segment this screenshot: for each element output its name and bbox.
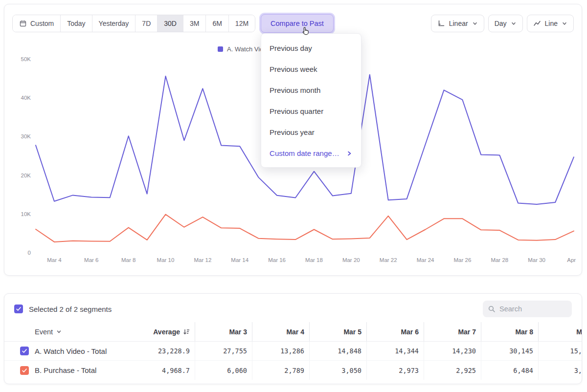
svg-text:Mar 18: Mar 18 (305, 257, 323, 263)
cell-average: 23,228.9 (127, 342, 195, 360)
checkmark-icon (22, 368, 27, 373)
svg-text:Mar 28: Mar 28 (491, 257, 508, 263)
cell-value: 14,230 (424, 342, 481, 360)
toolbar: Custom Today Yesterday 7D 30D 3M 6M 12M … (12, 14, 574, 33)
chart-type-dropdown-button[interactable]: Line (527, 15, 574, 32)
cell-value: 2,925 (424, 361, 481, 380)
range-label: 30D (164, 20, 177, 27)
svg-text:Mar 20: Mar 20 (342, 257, 360, 263)
segments-header: Selected 2 of 2 segments (4, 294, 582, 322)
cell-value: 2,973 (367, 361, 424, 380)
svg-text:Mar 30: Mar 30 (528, 257, 545, 263)
column-header-mar-4: Mar 4 (252, 322, 310, 341)
cell-value: 14,344 (367, 342, 424, 360)
checkmark-icon (22, 348, 27, 354)
menu-item-previous-day[interactable]: Previous day (261, 38, 361, 59)
chart-panel: Custom Today Yesterday 7D 30D 3M 6M 12M … (4, 4, 582, 276)
segment-cell: A. Watch Video - Total (4, 342, 127, 360)
table-row-watch-video[interactable]: A. Watch Video - Total 23,228.9 27,755 1… (4, 342, 582, 361)
scale-dropdown-button[interactable]: Linear (431, 15, 484, 32)
segment-cell: B. Purchase - Total (4, 361, 127, 380)
range-label: 12M (235, 20, 248, 27)
column-header-mar-3: Mar 3 (195, 322, 252, 341)
search-input[interactable] (499, 305, 563, 313)
cell-value: 30,145 (481, 342, 539, 360)
range-button-6m[interactable]: 6M (205, 15, 228, 32)
menu-item-previous-month[interactable]: Previous month (261, 80, 361, 101)
segment-label: B. Purchase - Total (35, 366, 96, 374)
menu-item-custom-date-range[interactable]: Custom date range… (261, 143, 361, 164)
range-label: 7D (142, 20, 151, 27)
range-label: 6M (212, 20, 222, 27)
svg-text:Mar 6: Mar 6 (84, 257, 98, 263)
compare-to-past-button[interactable]: Compare to Past (261, 14, 334, 33)
svg-text:Mar 26: Mar 26 (454, 257, 472, 263)
svg-text:Mar 24: Mar 24 (417, 257, 434, 263)
column-header-average[interactable]: Average (127, 322, 195, 341)
table-row-purchase[interactable]: B. Purchase - Total 4,968.7 6,060 2,789 … (4, 361, 582, 380)
column-header-label: Event (35, 328, 53, 336)
range-button-today[interactable]: Today (60, 15, 91, 32)
column-header-mar-8: Mar 8 (481, 322, 539, 341)
chevron-right-icon (346, 150, 353, 157)
segment-checkbox[interactable] (20, 347, 29, 355)
selected-segments-text: Selected 2 of 2 segments (29, 305, 112, 313)
svg-text:40K: 40K (21, 95, 31, 101)
compare-dropdown: Compare to Past Previous day Previous we… (261, 14, 334, 33)
line-chart-icon (533, 20, 541, 27)
segment-checkbox[interactable] (20, 366, 29, 375)
cell-value: 3,050 (310, 361, 367, 380)
svg-text:30K: 30K (21, 133, 31, 139)
menu-item-previous-week[interactable]: Previous week (261, 59, 361, 80)
range-button-30d[interactable]: 30D (157, 15, 183, 32)
cell-value: 13,286 (252, 342, 310, 360)
axis-icon (437, 20, 445, 27)
cell-value: 14,848 (310, 342, 367, 360)
range-button-3m[interactable]: 3M (183, 15, 205, 32)
svg-text:Mar 16: Mar 16 (268, 257, 286, 263)
cell-value-clipped: 3, (539, 361, 582, 380)
chevron-down-icon (562, 21, 567, 26)
svg-text:10K: 10K (21, 211, 31, 217)
interval-label: Day (495, 20, 507, 27)
select-all-checkbox[interactable] (14, 305, 23, 313)
interval-dropdown-button[interactable]: Day (488, 15, 523, 32)
column-header-clipped: M (539, 322, 582, 341)
column-header-mar-5: Mar 5 (310, 322, 367, 341)
segments-panel: Selected 2 of 2 segments Event Average M (4, 293, 582, 384)
table-header-row: Event Average Mar 3 Mar 4 Mar 5 Mar 6 Ma… (4, 322, 582, 342)
menu-item-label: Custom date range… (270, 149, 339, 157)
svg-text:Apr 1: Apr 1 (567, 257, 576, 263)
svg-text:50K: 50K (21, 56, 31, 62)
svg-text:Mar 22: Mar 22 (380, 257, 397, 263)
chart-controls: Linear Day Line (431, 15, 574, 32)
cell-value-clipped: 15, (539, 342, 582, 360)
cell-average: 4,968.7 (127, 361, 195, 380)
search-box[interactable] (483, 301, 572, 317)
compare-to-past-menu: Previous day Previous week Previous mont… (261, 33, 361, 168)
chevron-down-icon (472, 21, 478, 26)
scale-label: Linear (449, 20, 468, 27)
range-button-12m[interactable]: 12M (228, 15, 255, 32)
calendar-icon (19, 20, 27, 27)
column-header-label: Average (153, 328, 180, 336)
range-button-yesterday[interactable]: Yesterday (92, 15, 135, 32)
chevron-down-icon (56, 328, 62, 335)
column-header-mar-7: Mar 7 (424, 322, 481, 341)
sort-desc-icon (183, 328, 190, 335)
column-header-mar-6: Mar 6 (367, 322, 424, 341)
range-label: Yesterday (99, 20, 129, 27)
cell-value: 6,484 (481, 361, 539, 380)
cell-value: 27,755 (195, 342, 252, 360)
column-header-event[interactable]: Event (4, 322, 127, 341)
menu-item-previous-quarter[interactable]: Previous quarter (261, 101, 361, 122)
range-button-7d[interactable]: 7D (135, 15, 157, 32)
svg-text:Mar 8: Mar 8 (121, 257, 135, 263)
range-button-custom[interactable]: Custom (13, 15, 60, 32)
search-icon (488, 305, 496, 313)
menu-item-previous-year[interactable]: Previous year (261, 122, 361, 143)
svg-text:Mar 4: Mar 4 (47, 257, 62, 263)
range-label: Custom (30, 20, 54, 27)
range-label: Today (67, 20, 85, 27)
svg-text:20K: 20K (21, 173, 31, 178)
